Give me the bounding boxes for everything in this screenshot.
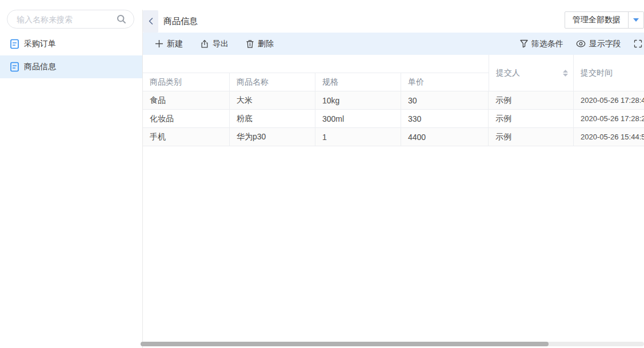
scope-dropdown-button[interactable]: 管理全部数据	[565, 11, 644, 29]
cell-category: 化妆品	[143, 110, 230, 127]
sidebar-item-label: 采购订单	[24, 39, 56, 49]
search-input[interactable]	[7, 10, 134, 29]
new-button[interactable]: 新建	[155, 39, 183, 49]
sidebar-search	[7, 10, 134, 29]
cell-submit-time: 2020-05-26 17:28:49	[574, 91, 644, 109]
table-row[interactable]: 食品 大米 10kg 30 示例 2020-05-26 17:28:49	[143, 91, 644, 110]
main-area: 商品信息 管理全部数据 新建 导出 删除	[143, 0, 644, 348]
expand-corners-icon	[634, 39, 642, 48]
cell-spec: 1	[315, 128, 401, 146]
filter-button-label: 筛选条件	[531, 39, 563, 49]
caret-down-icon[interactable]	[628, 12, 643, 28]
toolbar: 新建 导出 删除 筛选条件 显示	[143, 33, 644, 55]
filter-button[interactable]: 筛选条件	[520, 39, 563, 49]
eye-icon	[576, 40, 586, 47]
sidebar-item-purchase-orders[interactable]: 采购订单	[0, 33, 143, 55]
cell-price: 30	[401, 91, 489, 109]
cell-category: 食品	[143, 91, 230, 109]
column-header-price: 单价	[401, 73, 489, 91]
funnel-icon	[520, 39, 528, 48]
plus-icon	[155, 39, 163, 48]
scope-dropdown-label: 管理全部数据	[565, 12, 628, 28]
cell-name: 华为p30	[230, 128, 315, 146]
cell-spec: 300ml	[315, 110, 401, 127]
cell-spec: 10kg	[315, 91, 401, 109]
cell-name: 粉底	[230, 110, 315, 127]
sidebar: 采购订单 商品信息	[0, 0, 143, 348]
page-title: 商品信息	[163, 16, 198, 27]
cell-submit-time: 2020-05-26 15:44:59	[574, 128, 644, 146]
delete-button-label: 删除	[258, 39, 274, 49]
trash-icon	[246, 39, 254, 49]
sort-icon[interactable]	[563, 70, 568, 77]
column-header-category: 商品类别	[143, 73, 230, 91]
sidebar-nav: 采购订单 商品信息	[0, 33, 143, 78]
cell-submitter: 示例	[489, 91, 574, 109]
horizontal-scrollbar-thumb[interactable]	[141, 342, 549, 346]
column-header-submitter: 提交人	[489, 55, 574, 91]
chevron-left-icon	[147, 17, 154, 25]
file-text-icon	[10, 62, 19, 72]
page-header: 商品信息 管理全部数据	[143, 10, 644, 33]
sidebar-item-label: 商品信息	[24, 62, 56, 72]
sidebar-item-product-info[interactable]: 商品信息	[0, 55, 143, 78]
cell-price: 4400	[401, 128, 489, 146]
file-text-icon	[10, 39, 19, 49]
upload-icon	[200, 39, 209, 49]
table-header: 商品类别 商品名称 规格 单价 提交人 提交时间	[143, 55, 644, 91]
delete-button[interactable]: 删除	[246, 39, 274, 49]
table-row[interactable]: 手机 华为p30 1 4400 示例 2020-05-26 15:44:59	[143, 128, 644, 146]
table-row[interactable]: 化妆品 粉底 300ml 330 示例 2020-05-26 17:28:26	[143, 110, 644, 128]
cell-submitter: 示例	[489, 110, 574, 127]
cell-submit-time: 2020-05-26 17:28:26	[574, 110, 644, 127]
fields-button-label: 显示字段	[589, 39, 621, 49]
search-icon[interactable]	[116, 14, 127, 25]
new-button-label: 新建	[167, 39, 183, 49]
column-header-submit-time: 提交时间	[574, 55, 644, 91]
cell-category: 手机	[143, 128, 230, 146]
cell-submitter: 示例	[489, 128, 574, 146]
column-header-name: 商品名称	[230, 73, 315, 91]
export-button-label: 导出	[213, 39, 229, 49]
column-header-spec: 规格	[315, 73, 401, 91]
horizontal-scrollbar-track[interactable]	[141, 342, 644, 346]
cell-price: 330	[401, 110, 489, 127]
table-body: 食品 大米 10kg 30 示例 2020-05-26 17:28:49 化妆品…	[143, 91, 644, 146]
cell-name: 大米	[230, 91, 315, 109]
fields-button[interactable]: 显示字段	[576, 39, 621, 49]
toolbar-right: 筛选条件 显示字段	[520, 39, 644, 49]
export-button[interactable]: 导出	[200, 39, 229, 49]
back-button[interactable]	[143, 10, 158, 33]
fullscreen-button[interactable]	[634, 39, 642, 48]
